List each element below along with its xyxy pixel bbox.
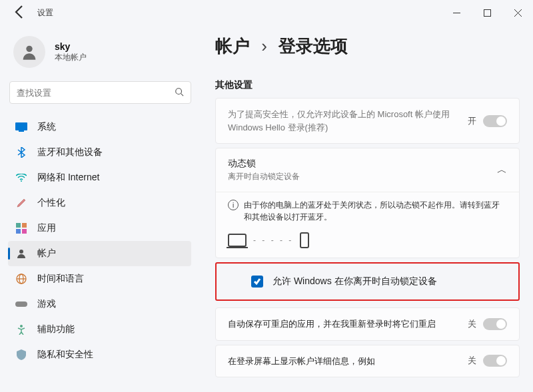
back-button[interactable] [12, 4, 28, 22]
svg-rect-1 [484, 9, 490, 16]
breadcrumb-parent[interactable]: 帐户 [215, 36, 250, 56]
svg-point-9 [21, 180, 22, 182]
dynlock-checkbox-label: 允许 Windows 在你离开时自动锁定设备 [272, 276, 437, 288]
dynlock-title: 动态锁 [228, 158, 497, 170]
hello-toggle[interactable] [483, 115, 507, 127]
maximize-button[interactable] [472, 2, 502, 23]
svg-rect-7 [15, 122, 27, 130]
laptop-icon [228, 234, 247, 247]
search-icon [175, 87, 184, 98]
hello-card[interactable]: 为了提高安全性，仅允许对此设备上的 Microsoft 帐户使用 Windows… [215, 98, 520, 144]
dynlock-checkbox-row[interactable]: 允许 Windows 在你离开时自动锁定设备 [215, 262, 520, 301]
info-icon: i [228, 200, 239, 210]
svg-point-19 [20, 325, 23, 327]
nav-label: 应用 [37, 222, 56, 234]
search-box[interactable] [9, 81, 191, 104]
close-button[interactable] [502, 2, 533, 23]
nav-label: 系统 [37, 121, 56, 133]
system-icon [15, 120, 28, 134]
sidebar-item-network[interactable]: 网络和 Internet [8, 165, 191, 190]
nav-label: 游戏 [37, 298, 56, 310]
user-name: sky [55, 41, 87, 52]
autorestart-state: 关 [468, 318, 476, 330]
nav-label: 蓝牙和其他设备 [37, 146, 103, 158]
svg-rect-8 [19, 130, 24, 132]
chevron-up-icon: ︿ [497, 164, 507, 176]
dynlock-info-text: 由于你的电脑上的蓝牙处于关闭状态，所以动态锁不起作用。请转到蓝牙和其他设备以打开… [244, 199, 507, 223]
phone-icon [300, 232, 309, 248]
shield-icon [15, 348, 28, 361]
svg-rect-13 [22, 229, 27, 234]
dynlock-checkbox[interactable] [251, 276, 263, 288]
sidebar-item-apps[interactable]: 应用 [8, 216, 191, 241]
user-profile[interactable]: sky 本地帐户 [8, 31, 197, 80]
hello-state: 开 [468, 115, 476, 127]
chevron-right-icon: › [261, 36, 267, 56]
avatar [13, 36, 45, 68]
globe-icon [15, 272, 28, 286]
sidebar-item-accounts[interactable]: 帐户 [8, 241, 191, 266]
nav-label: 网络和 Internet [37, 172, 99, 184]
user-subtitle: 本地帐户 [55, 52, 87, 63]
bluetooth-icon [15, 146, 28, 159]
sidebar-item-gaming[interactable]: 游戏 [8, 292, 191, 317]
dynamic-lock-header[interactable]: 动态锁 离开时自动锁定设备 ︿ [216, 148, 519, 192]
autorestart-card[interactable]: 自动保存可重启的应用，并在我重新登录时将它们重启 关 [215, 307, 520, 341]
device-pairing-row: - - - - - [228, 232, 507, 248]
svg-point-5 [176, 88, 182, 94]
dynlock-info: i 由于你的电脑上的蓝牙处于关闭状态，所以动态锁不起作用。请转到蓝牙和其他设备以… [228, 199, 507, 223]
sidebar-item-system[interactable]: 系统 [8, 114, 191, 140]
apps-icon [15, 222, 28, 235]
svg-point-4 [26, 46, 32, 52]
nav-label: 时间和语言 [37, 273, 84, 285]
autorestart-text: 自动保存可重启的应用，并在我重新登录时将它们重启 [228, 317, 468, 331]
sidebar-item-privacy[interactable]: 隐私和安全性 [8, 342, 191, 367]
svg-rect-11 [22, 223, 27, 228]
nav-label: 帐户 [37, 248, 56, 260]
minimize-button[interactable] [441, 2, 472, 23]
lockscreen-toggle[interactable] [483, 355, 507, 367]
nav-label: 隐私和安全性 [37, 349, 93, 361]
sidebar: sky 本地帐户 系统 蓝牙和其他设备 网络和 Internet 个性化 [0, 25, 197, 392]
nav-label: 辅助功能 [37, 323, 75, 335]
connection-dots: - - - - - [253, 236, 293, 245]
breadcrumb-current: 登录选项 [278, 36, 348, 56]
svg-line-6 [181, 93, 184, 96]
dynamic-lock-card: 动态锁 离开时自动锁定设备 ︿ i 由于你的电脑上的蓝牙处于关闭状态，所以动态锁… [215, 148, 520, 258]
gamepad-icon [15, 297, 28, 311]
search-input[interactable] [17, 88, 175, 98]
dynlock-subtitle: 离开时自动锁定设备 [228, 171, 497, 182]
lockscreen-text: 在登录屏幕上显示帐户详细信息，例如 [228, 355, 468, 368]
titlebar: 设置 [0, 0, 533, 25]
svg-rect-18 [15, 301, 27, 307]
main-panel: 帐户 › 登录选项 其他设置 为了提高安全性，仅允许对此设备上的 Microso… [197, 25, 533, 392]
lockscreen-state: 关 [468, 355, 476, 367]
account-icon [15, 247, 28, 260]
breadcrumb: 帐户 › 登录选项 [215, 35, 520, 58]
hello-text: 为了提高安全性，仅允许对此设备上的 Microsoft 帐户使用 Windows… [228, 108, 468, 134]
nav-label: 个性化 [37, 197, 65, 209]
accessibility-icon [15, 323, 28, 336]
svg-point-14 [19, 250, 23, 254]
sidebar-item-time[interactable]: 时间和语言 [8, 266, 191, 292]
autorestart-toggle[interactable] [483, 318, 507, 330]
section-other-settings: 其他设置 [215, 79, 520, 91]
lockscreen-card[interactable]: 在登录屏幕上显示帐户详细信息，例如 关 [215, 345, 520, 378]
svg-rect-12 [16, 229, 21, 234]
sidebar-item-bluetooth[interactable]: 蓝牙和其他设备 [8, 140, 191, 165]
sidebar-item-personalize[interactable]: 个性化 [8, 190, 191, 216]
sidebar-item-accessibility[interactable]: 辅助功能 [8, 317, 191, 342]
window-title: 设置 [37, 7, 53, 19]
wifi-icon [15, 171, 28, 184]
brush-icon [15, 196, 28, 210]
svg-rect-10 [16, 223, 21, 228]
